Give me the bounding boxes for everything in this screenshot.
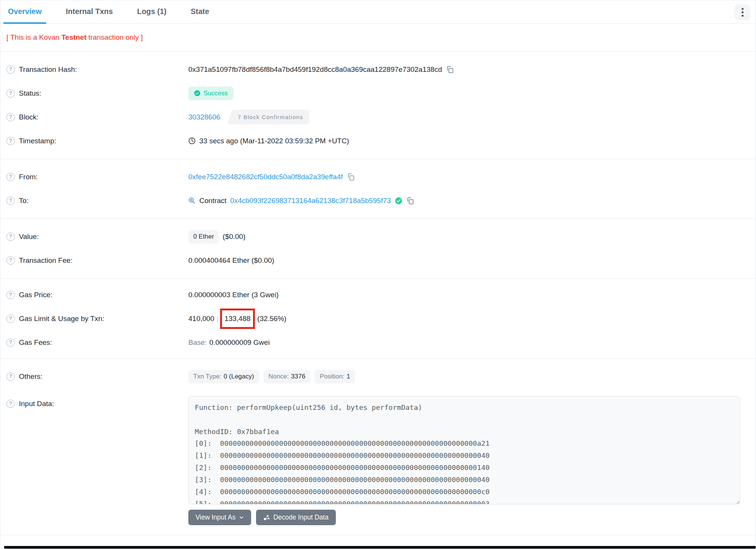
- from-label: From:: [19, 173, 38, 181]
- gas-limit-value: 410,000: [188, 315, 214, 323]
- value-ether-badge: 0 Ether: [188, 230, 219, 243]
- more-options-button[interactable]: [734, 4, 750, 20]
- block-confirmations-badge: 7 Block Confirmations: [234, 110, 309, 124]
- block-label: Block:: [19, 113, 39, 121]
- row-gas-fees: ? Gas Fees: Base: 0.000000009 Gwei: [0, 330, 756, 354]
- section-gas: ? Gas Price: 0.000000003 Ether (3 Gwei) …: [0, 279, 756, 359]
- to-contract-prefix: Contract: [199, 197, 227, 205]
- status-text: Success: [203, 90, 228, 97]
- row-value: ? Value: 0 Ether ($0.00): [0, 225, 756, 248]
- row-input-data: ? Input Data: Function: performUpkeep(ui…: [0, 396, 756, 525]
- gas-used-value: 133,488: [225, 315, 251, 323]
- row-to: ? To: Contract 0x4cb093f226983713164a621…: [0, 189, 756, 212]
- tab-overview[interactable]: Overview: [3, 0, 46, 24]
- copy-icon[interactable]: [347, 173, 355, 181]
- row-timestamp: ? Timestamp: 33 secs ago (Mar-11-2022 03…: [0, 129, 756, 153]
- gas-limit-label: Gas Limit & Usage by Txn:: [19, 315, 104, 323]
- verified-check-icon: [395, 197, 402, 205]
- chevron-down-icon: [239, 515, 244, 520]
- bottom-dark-bar: [4, 546, 756, 549]
- tab-internal-txns[interactable]: Internal Txns: [61, 0, 117, 24]
- help-icon[interactable]: ?: [6, 113, 15, 121]
- tx-hash-label: Transaction Hash:: [19, 65, 77, 74]
- to-label: To:: [19, 197, 28, 205]
- warning-bold: Testnet: [61, 33, 86, 41]
- help-icon[interactable]: ?: [6, 65, 15, 74]
- gas-fees-label: Gas Fees:: [19, 338, 52, 347]
- gas-fees-base-value: 0.000000009 Gwei: [210, 338, 270, 347]
- tab-state[interactable]: State: [186, 0, 214, 24]
- timestamp-value: 33 secs ago (Mar-11-2022 03:59:32 PM +UT…: [199, 137, 349, 145]
- help-icon[interactable]: ?: [6, 173, 15, 181]
- status-badge: Success: [188, 87, 233, 100]
- row-gas-price: ? Gas Price: 0.000000003 Ether (3 Gwei): [0, 283, 756, 307]
- gas-price-value: 0.000000003 Ether (3 Gwei): [188, 291, 279, 299]
- timestamp-label: Timestamp:: [19, 137, 56, 145]
- row-from: ? From: 0xfee7522e8482682cf50ddc50a0f8da…: [0, 165, 756, 189]
- tx-fee-label: Transaction Fee:: [19, 256, 73, 265]
- status-label: Status:: [19, 89, 41, 98]
- txn-type-badge: Txn Type:0 (Legacy): [188, 370, 259, 383]
- input-data-actions: View Input As Decode Input Data: [188, 510, 740, 525]
- others-label: Others:: [19, 372, 42, 381]
- input-data-textarea[interactable]: Function: performUpkeep(uint256 id, byte…: [188, 396, 740, 504]
- row-gas-limit-usage: ? Gas Limit & Usage by Txn: 410,000 | 13…: [0, 307, 756, 330]
- help-icon[interactable]: ?: [6, 89, 15, 98]
- help-icon[interactable]: ?: [6, 372, 15, 381]
- section-addresses: ? From: 0xfee7522e8482682cf50ddc50a0f8da…: [0, 159, 756, 219]
- nonce-badge: Nonce:3376: [264, 370, 310, 383]
- section-value-fee: ? Value: 0 Ether ($0.00) ? Transaction F…: [0, 219, 756, 279]
- kebab-icon: [742, 8, 744, 10]
- view-input-as-button[interactable]: View Input As: [188, 510, 251, 525]
- tx-hash-value: 0x371a51097fb78df856f8b4a7bd459f192d8cc8…: [188, 65, 442, 74]
- gas-used-percent: (32.56%): [257, 315, 286, 323]
- row-status: ? Status: Success: [0, 81, 756, 105]
- copy-icon[interactable]: [406, 197, 414, 205]
- help-icon[interactable]: ?: [6, 256, 15, 265]
- gas-price-label: Gas Price:: [19, 291, 53, 299]
- decode-input-data-button[interactable]: Decode Input Data: [256, 510, 336, 525]
- tab-bar: Overview Internal Txns Logs (1) State: [0, 0, 756, 24]
- section-summary: ? Transaction Hash: 0x371a51097fb78df856…: [0, 52, 756, 159]
- value-usd: ($0.00): [223, 233, 245, 241]
- help-icon[interactable]: ?: [6, 233, 15, 241]
- help-icon[interactable]: ?: [6, 137, 15, 145]
- input-data-label: Input Data:: [19, 400, 54, 408]
- row-block: ? Block: 30328606 7 Block Confirmations: [0, 105, 756, 129]
- section-others-input: ? Others: Txn Type:0 (Legacy) Nonce:3376…: [0, 359, 756, 535]
- warning-prefix: [ This is a Kovan: [6, 33, 61, 41]
- position-badge: Position:1: [315, 370, 355, 383]
- check-circle-icon: [194, 90, 200, 96]
- block-number-link[interactable]: 30328606: [188, 113, 220, 121]
- clock-icon: [188, 137, 196, 144]
- testnet-warning: [ This is a Kovan Testnet transaction on…: [0, 24, 756, 52]
- tab-logs[interactable]: Logs (1): [132, 0, 171, 24]
- value-label: Value:: [19, 233, 39, 241]
- to-address-link[interactable]: 0x4cb093f226983713164a62138c3f718a5b595f…: [230, 197, 391, 205]
- warning-suffix: transaction only ]: [87, 33, 143, 41]
- help-icon[interactable]: ?: [6, 291, 15, 299]
- row-transaction-hash: ? Transaction Hash: 0x371a51097fb78df856…: [0, 57, 756, 81]
- help-icon[interactable]: ?: [6, 338, 15, 347]
- row-transaction-fee: ? Transaction Fee: 0.000400464 Ether ($0…: [0, 248, 756, 272]
- row-others: ? Others: Txn Type:0 (Legacy) Nonce:3376…: [0, 364, 756, 388]
- help-icon[interactable]: ?: [6, 400, 15, 408]
- annotation-red-box: 133,488: [220, 309, 255, 329]
- decode-icon: [263, 514, 270, 521]
- transaction-details-card: Overview Internal Txns Logs (1) State [ …: [0, 0, 756, 549]
- magnifier-plus-icon[interactable]: [188, 197, 196, 204]
- help-icon[interactable]: ?: [6, 315, 15, 323]
- copy-icon[interactable]: [446, 65, 454, 73]
- gas-fees-base-label: Base:: [188, 338, 207, 347]
- help-icon[interactable]: ?: [6, 197, 15, 205]
- tx-fee-value: 0.000400464 Ether ($0.00): [188, 256, 274, 265]
- from-address-link[interactable]: 0xfee7522e8482682cf50ddc50a0f8da2a39effa…: [188, 173, 343, 181]
